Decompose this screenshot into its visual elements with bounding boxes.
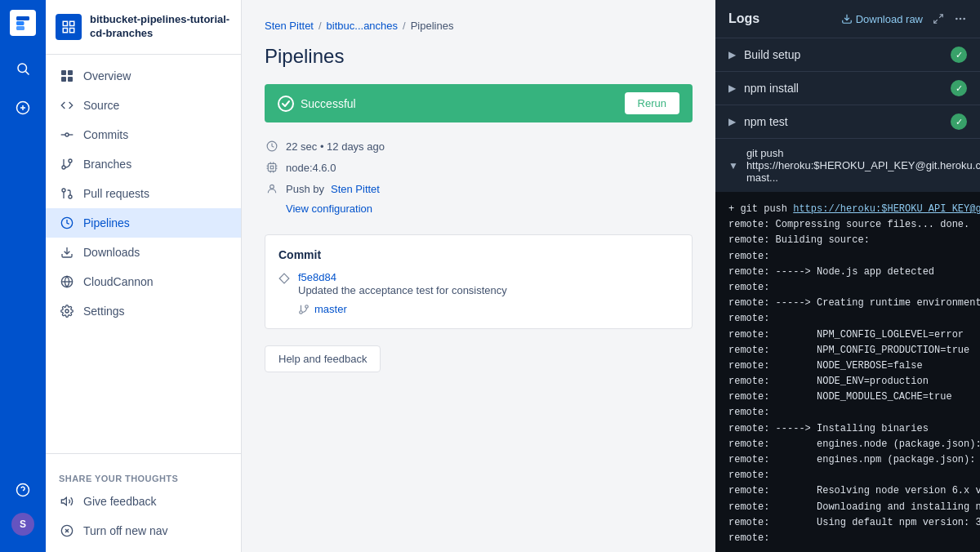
breadcrumb-repo[interactable]: bitbuc...anches <box>327 20 398 32</box>
log-step-npm-install-header[interactable]: ▶ npm install ✓ <box>715 72 980 105</box>
help-icon[interactable] <box>10 477 36 503</box>
log-step-build-setup-header[interactable]: ▶ Build setup ✓ <box>715 38 980 71</box>
log-step-left: ▶ npm install <box>728 82 799 95</box>
expand-logs-button[interactable] <box>933 13 944 24</box>
chevron-right-icon: ▶ <box>728 116 736 127</box>
log-step-npm-test-header[interactable]: ▶ npm test ✓ <box>715 105 980 138</box>
create-icon[interactable] <box>10 95 36 121</box>
svg-rect-14 <box>68 77 73 82</box>
log-line-19: remote: Resolving node version 6.x via s… <box>728 483 967 499</box>
log-line-18: remote: <box>728 468 967 483</box>
logs-more-button[interactable] <box>954 12 967 25</box>
breadcrumb-user[interactable]: Sten Pittet <box>265 20 314 32</box>
svg-point-54 <box>963 18 965 20</box>
settings-icon <box>59 303 75 319</box>
downloads-label: Downloads <box>83 246 140 259</box>
app-logo[interactable] <box>10 10 36 36</box>
svg-line-51 <box>934 20 938 23</box>
svg-rect-8 <box>70 21 74 25</box>
sidebar: bitbucket-pipelines-tutorial-cd-branches… <box>46 0 242 552</box>
svg-line-1 <box>25 71 29 74</box>
overview-icon <box>59 68 75 84</box>
pipelines-icon <box>59 215 75 231</box>
svg-point-44 <box>270 185 274 189</box>
commit-section-title: Commit <box>278 248 679 261</box>
log-line-12: remote: NODE_ENV=production <box>728 374 967 390</box>
svg-point-48 <box>300 310 303 314</box>
svg-rect-13 <box>61 77 66 82</box>
log-line-14: remote: <box>728 405 967 421</box>
log-expanded-content: + git push https://heroku:$HEROKU_API_KE… <box>715 192 980 552</box>
help-feedback-button[interactable]: Help and feedback <box>265 345 381 372</box>
status-bar: Successful Rerun <box>265 84 693 122</box>
meta-push-user[interactable]: Sten Pittet <box>331 183 380 195</box>
log-step-git-push-header[interactable]: ▼ git push https://heroku:$HEROKU_API_KE… <box>715 139 980 192</box>
commit-branch-link[interactable]: master <box>314 303 347 315</box>
log-line-2: remote: Compressing source files... done… <box>728 217 967 233</box>
build-setup-label: Build setup <box>744 48 800 61</box>
log-line-9: remote: NPM_CONFIG_LOGLEVEL=error <box>728 327 967 343</box>
cloudcannon-label: CloudCannon <box>83 275 154 288</box>
svg-marker-29 <box>61 497 66 505</box>
log-step-build-setup: ▶ Build setup ✓ <box>715 38 980 72</box>
give-feedback-label: Give feedback <box>83 495 157 508</box>
npm-install-label: npm install <box>744 82 799 95</box>
sidebar-item-turn-off-nav[interactable]: Turn off new nav <box>46 516 241 545</box>
megaphone-icon <box>59 493 75 510</box>
logs-title: Logs <box>728 11 760 26</box>
commit-hash-link[interactable]: f5e8d84 <box>298 271 507 283</box>
commits-label: Commits <box>83 128 128 141</box>
status-check-icon <box>278 96 294 112</box>
commits-icon <box>59 127 75 143</box>
overview-label: Overview <box>83 69 131 82</box>
log-step-npm-test: ▶ npm test ✓ <box>715 105 980 139</box>
sidebar-item-source[interactable]: Source <box>46 91 241 120</box>
downloads-icon <box>59 244 75 260</box>
build-setup-status: ✓ <box>951 47 967 63</box>
breadcrumb-current: Pipelines <box>411 20 454 32</box>
sidebar-item-give-feedback[interactable]: Give feedback <box>46 487 241 516</box>
sidebar-item-commits[interactable]: Commits <box>46 120 241 149</box>
log-line-15: remote: -----> Installing binaries <box>728 421 967 437</box>
repo-header[interactable]: bitbucket-pipelines-tutorial-cd-branches <box>46 0 241 55</box>
log-line-21: remote: Using default npm version: 3.10.… <box>728 515 967 531</box>
sidebar-item-branches[interactable]: Branches <box>46 149 241 179</box>
npm-test-status: ✓ <box>951 114 967 130</box>
logs-header-actions: Download raw <box>841 12 967 25</box>
rerun-button[interactable]: Rerun <box>625 92 679 114</box>
branches-icon <box>59 156 75 172</box>
search-icon[interactable] <box>10 56 36 82</box>
source-icon <box>59 97 75 114</box>
chevron-right-icon: ▶ <box>728 82 736 94</box>
sidebar-item-settings[interactable]: Settings <box>46 296 241 326</box>
sidebar-item-pull-requests[interactable]: Pull requests <box>46 179 241 208</box>
svg-line-50 <box>939 15 942 18</box>
meta-info: 22 sec • 12 days ago node:4.6.0 Push by … <box>265 139 693 215</box>
sidebar-item-pipelines[interactable]: Pipelines <box>46 208 241 238</box>
svg-rect-35 <box>270 166 274 169</box>
meta-node: node:4.6.0 <box>286 162 336 174</box>
download-raw-link[interactable]: Download raw <box>841 13 923 25</box>
main-content: Sten Pittet / bitbuc...anches / Pipeline… <box>242 0 980 552</box>
log-line-20: remote: Downloading and installing node … <box>728 500 967 515</box>
breadcrumb-sep2: / <box>403 20 406 32</box>
view-config-link[interactable]: View configuration <box>286 203 372 215</box>
avatar[interactable]: S <box>11 513 34 536</box>
log-step-npm-install: ▶ npm install ✓ <box>715 72 980 105</box>
sidebar-item-cloudcannon[interactable]: CloudCannon <box>46 267 241 296</box>
chevron-down-icon: ▼ <box>728 160 738 171</box>
sidebar-item-overview[interactable]: Overview <box>46 61 241 91</box>
log-line-13: remote: NODE_MODULES_CACHE=true <box>728 390 967 405</box>
pr-label: Pull requests <box>83 187 149 200</box>
sidebar-item-downloads[interactable]: Downloads <box>46 238 241 267</box>
svg-point-0 <box>18 64 27 73</box>
log-line-4: remote: <box>728 249 967 265</box>
log-line-7: remote: -----> Creating runtime environm… <box>728 296 967 311</box>
meta-push-row: Push by Sten Pittet <box>265 181 693 196</box>
log-line-3: remote: Building source: <box>728 233 967 248</box>
meta-time-row: 22 sec • 12 days ago <box>265 139 693 154</box>
source-label: Source <box>83 99 119 112</box>
log-line-1: + git push https://heroku:$HEROKU_API_KE… <box>728 202 967 217</box>
logs-header: Logs Download raw <box>715 0 980 38</box>
breadcrumb-sep1: / <box>318 20 322 32</box>
